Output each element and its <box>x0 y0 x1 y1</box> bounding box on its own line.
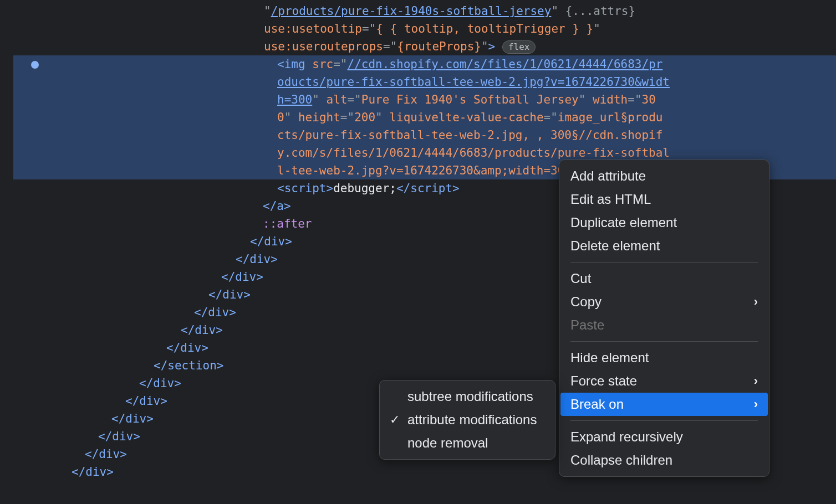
close-tag: </div> <box>236 253 278 266</box>
attr-name: alt <box>327 93 348 106</box>
script-body: debugger; <box>333 182 396 195</box>
close-tag: </div> <box>139 377 181 390</box>
menu-cut[interactable]: Cut <box>559 267 769 290</box>
attr-value: 200 <box>354 111 375 124</box>
submenu-attribute-modifications[interactable]: ✓attribute modifications <box>380 408 555 431</box>
code-line[interactable]: "/products/pure-fix-1940s-softball-jerse… <box>0 2 836 20</box>
menu-break-on[interactable]: Break on› <box>560 393 768 416</box>
menu-copy[interactable]: Copy› <box>559 290 769 313</box>
attr-value: { { tooltip, tooltipTrigger } } <box>376 22 593 35</box>
pseudo-element: ::after <box>263 217 312 230</box>
menu-delete-element[interactable]: Delete element <box>559 234 769 258</box>
close-tag: </div> <box>166 341 208 354</box>
attrs-hint: {...attrs} <box>565 4 635 18</box>
close-tag: </div> <box>72 465 114 479</box>
code-line[interactable]: use:usetooltip="{ { tooltip, tooltipTrig… <box>0 20 836 38</box>
href-link[interactable]: /products/pure-fix-1940s-softball-jersey <box>271 4 552 18</box>
close-tag: </div> <box>85 448 127 461</box>
attr-value: Pure Fix 1940's Softball Jersey <box>361 93 579 106</box>
menu-add-attribute[interactable]: Add attribute <box>559 164 769 188</box>
close-tag: </div> <box>221 270 263 284</box>
close-tag: </a> <box>263 199 291 213</box>
close-tag: </div> <box>181 323 223 337</box>
menu-collapse-children[interactable]: Collapse children <box>559 449 769 472</box>
attr-name: height <box>298 111 340 124</box>
attr-name: width <box>593 93 628 106</box>
context-menu: Add attribute Edit as HTML Duplicate ele… <box>559 160 769 477</box>
close-tag: </section> <box>154 359 223 372</box>
code-line[interactable]: use:userouteprops="{routeProps}"> flex <box>0 38 836 55</box>
close-tag: </div> <box>250 235 292 248</box>
attr-value: {routeProps} <box>397 40 481 53</box>
close-tag: </div> <box>194 306 236 319</box>
menu-separator <box>570 420 758 421</box>
flex-badge[interactable]: flex <box>502 40 536 54</box>
chevron-right-icon: › <box>754 373 758 389</box>
menu-edit-html[interactable]: Edit as HTML <box>559 188 769 211</box>
tag-open: <script> <box>277 182 333 195</box>
menu-paste: Paste <box>559 313 769 337</box>
attr-name: use:usetooltip <box>264 22 362 35</box>
menu-expand-recursively[interactable]: Expand recursively <box>559 425 769 449</box>
tag-close: </script> <box>396 182 460 195</box>
menu-hide-element[interactable]: Hide element <box>559 346 769 369</box>
selection-marker-icon <box>31 61 39 69</box>
close-tag: </div> <box>208 288 251 301</box>
submenu-node-removal[interactable]: node removal <box>380 431 555 455</box>
menu-force-state[interactable]: Force state› <box>559 369 769 393</box>
menu-separator <box>570 262 758 263</box>
close-tag: </div> <box>125 394 167 408</box>
attr-name: src <box>312 58 333 71</box>
menu-separator <box>570 341 758 342</box>
attr-name: liquivelte-value-cache <box>389 111 543 124</box>
menu-duplicate-element[interactable]: Duplicate element <box>559 211 769 234</box>
attr-name: use:userouteprops <box>264 40 383 53</box>
chevron-right-icon: › <box>754 294 758 310</box>
close-tag: </div> <box>98 430 140 443</box>
close-tag: </div> <box>111 412 154 425</box>
break-on-submenu: subtree modifications ✓attribute modific… <box>379 380 555 460</box>
check-icon: ✓ <box>390 412 400 428</box>
chevron-right-icon: › <box>754 396 758 413</box>
tag-name: img <box>284 58 305 71</box>
submenu-subtree-modifications[interactable]: subtree modifications <box>380 385 555 408</box>
